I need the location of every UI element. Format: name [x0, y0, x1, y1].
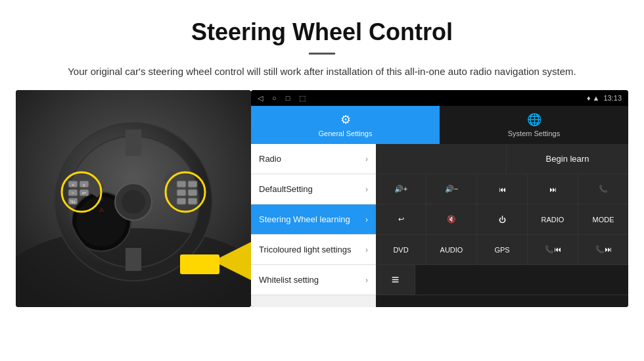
chevron-icon: ›	[365, 155, 368, 164]
phone-prev-button[interactable]: 📞⏮	[528, 235, 578, 264]
status-bar: ◁ ○ □ ⬚ ♦ ▲ 13:13	[251, 90, 628, 106]
svg-rect-32	[180, 254, 219, 274]
svg-text:−: −	[72, 191, 74, 195]
mute-button[interactable]: 🔇	[426, 205, 477, 234]
menu-list: Radio › DefaultSetting › Steering Wheel …	[251, 144, 376, 307]
time-display: 13:13	[603, 94, 622, 102]
prev-icon: ⏮	[499, 185, 506, 193]
status-bar-right: ♦ ▲ 13:13	[587, 94, 622, 102]
header-section: Steering Wheel Control Your original car…	[0, 0, 644, 90]
system-settings-icon: 🌐	[527, 112, 541, 127]
tab-bar: ⚙ General Settings 🌐 System Settings	[251, 106, 628, 144]
menu-item-default-setting[interactable]: DefaultSetting ›	[251, 174, 376, 205]
power-button[interactable]: ⏻	[477, 205, 528, 234]
gps-button[interactable]: GPS	[477, 235, 528, 264]
tab-system-label: System Settings	[508, 130, 560, 137]
svg-text:⚠: ⚠	[99, 207, 104, 213]
button-row-4: ≡	[376, 265, 628, 295]
next-icon: ⏭	[549, 185, 557, 193]
vol-up-button[interactable]: 🔊+	[376, 174, 426, 204]
content-area: ⚠	[0, 90, 644, 307]
svg-rect-28	[188, 189, 197, 196]
main-content: Radio › DefaultSetting › Steering Wheel …	[251, 144, 628, 307]
menu-item-steering-wheel[interactable]: Steering Wheel learning ›	[251, 205, 376, 235]
next-button[interactable]: ⏭	[528, 174, 578, 204]
menu-icon-button[interactable]: ≡	[376, 265, 415, 295]
screenshot-icon[interactable]: ⬚	[299, 94, 306, 103]
page-title: Steering Wheel Control	[39, 18, 605, 46]
menu-item-tricoloured-label: Tricoloured light settings	[259, 245, 351, 254]
android-panel: ◁ ○ □ ⬚ ♦ ▲ 13:13 ⚙ General Settings 🌐	[251, 90, 628, 307]
svg-rect-26	[188, 181, 197, 187]
chevron-icon: ›	[365, 276, 368, 285]
button-row-1: 🔊+ 🔊− ⏮ ⏭ 📞	[376, 174, 628, 205]
vol-up-icon: 🔊+	[394, 185, 407, 193]
phone-icon: 📞	[599, 185, 608, 193]
mode-label: MODE	[593, 216, 614, 224]
menu-item-steering-label: Steering Wheel learning	[259, 214, 350, 224]
chevron-icon: ›	[365, 185, 368, 194]
menu-item-tricoloured[interactable]: Tricoloured light settings ›	[251, 235, 376, 265]
page-wrapper: Steering Wheel Control Your original car…	[0, 0, 644, 307]
chevron-icon: ›	[365, 245, 368, 254]
back-call-button[interactable]: ↩	[376, 205, 426, 234]
radio-button[interactable]: RADIO	[528, 205, 578, 234]
button-row-3: DVD AUDIO GPS 📞⏮ 📞⏭	[376, 235, 628, 265]
title-divider	[309, 53, 335, 55]
svg-text:+: +	[72, 183, 74, 187]
menu-item-radio[interactable]: Radio ›	[251, 144, 376, 174]
general-settings-icon: ⚙	[340, 112, 351, 127]
svg-rect-25	[177, 181, 186, 187]
signal-icon: ♦ ▲	[587, 94, 600, 102]
audio-label: AUDIO	[440, 246, 463, 254]
svg-text:≡: ≡	[83, 183, 85, 187]
button-row-2: ↩ 🔇 ⏻ RADIO MODE	[376, 205, 628, 235]
audio-button[interactable]: AUDIO	[426, 235, 477, 264]
mute-icon: 🔇	[447, 215, 456, 224]
phone-next-button[interactable]: 📞⏭	[578, 235, 628, 264]
home-icon[interactable]: ○	[272, 94, 277, 102]
gps-label: GPS	[494, 246, 509, 254]
steering-wheel-image: ⚠	[16, 90, 251, 307]
begin-learn-button[interactable]: Begin learn	[507, 144, 628, 174]
subtitle-text: Your original car's steering wheel contr…	[39, 64, 605, 80]
svg-text:TEL: TEL	[70, 200, 76, 204]
svg-point-12	[122, 190, 145, 214]
empty-display	[376, 144, 507, 174]
status-bar-left: ◁ ○ □ ⬚	[258, 94, 306, 103]
hamburger-icon: ≡	[392, 272, 400, 287]
top-row: Begin learn	[376, 144, 628, 174]
tab-general-label: General Settings	[319, 130, 373, 137]
menu-item-default-label: DefaultSetting	[259, 184, 313, 194]
mode-button[interactable]: MODE	[578, 205, 628, 234]
chevron-icon: ›	[365, 215, 368, 224]
svg-rect-29	[177, 198, 186, 205]
controls-area: Begin learn 🔊+ 🔊− ⏮	[376, 144, 628, 307]
tab-general-settings[interactable]: ⚙ General Settings	[251, 106, 440, 144]
dvd-button[interactable]: DVD	[376, 235, 426, 264]
dvd-label: DVD	[393, 246, 408, 254]
phone-button[interactable]: 📞	[578, 174, 628, 204]
svg-text:↩: ↩	[82, 191, 86, 195]
phone-prev-icon: 📞⏮	[545, 245, 561, 254]
power-icon: ⏻	[499, 216, 506, 224]
phone-next-icon: 📞⏭	[595, 245, 612, 254]
svg-rect-30	[188, 198, 197, 205]
prev-button[interactable]: ⏮	[477, 174, 528, 204]
recent-icon[interactable]: □	[286, 94, 290, 102]
back-call-icon: ↩	[398, 215, 404, 224]
vol-down-icon: 🔊−	[445, 185, 458, 193]
menu-item-radio-label: Radio	[259, 154, 281, 164]
menu-item-whitelist-label: Whitelist setting	[259, 275, 319, 285]
svg-rect-27	[177, 189, 186, 196]
back-icon[interactable]: ◁	[258, 94, 263, 103]
radio-label: RADIO	[541, 216, 564, 224]
tab-system-settings[interactable]: 🌐 System Settings	[440, 106, 628, 144]
vol-down-button[interactable]: 🔊−	[426, 174, 477, 204]
menu-item-whitelist[interactable]: Whitelist setting ›	[251, 265, 376, 295]
